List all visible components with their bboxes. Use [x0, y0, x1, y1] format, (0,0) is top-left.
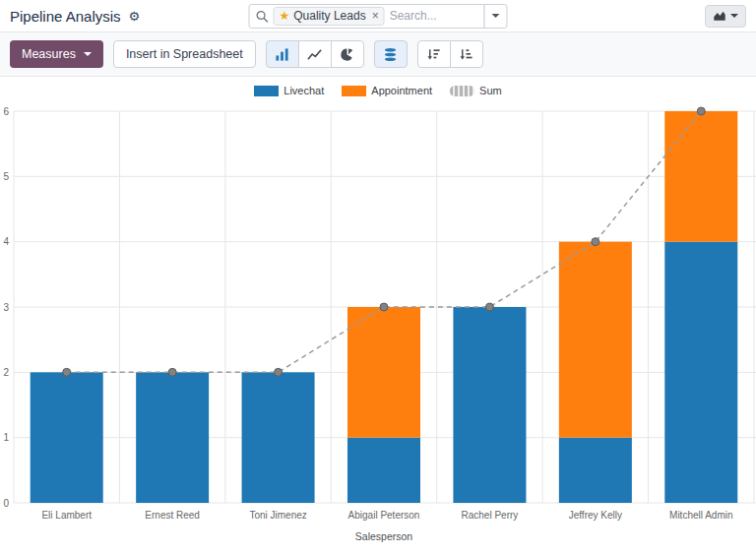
search-dropdown-toggle[interactable]	[484, 4, 508, 29]
search-input[interactable]	[390, 9, 478, 23]
legend-label-appointment: Appointment	[371, 85, 432, 96]
chart-legend: Livechat Appointment Sum	[0, 83, 756, 98]
svg-text:Mitchell Admin: Mitchell Admin	[669, 510, 732, 521]
bar-chart-icon	[275, 47, 289, 62]
legend-label-sum: Sum	[479, 85, 502, 96]
legend-item-sum[interactable]: Sum	[450, 85, 502, 96]
legend-item-livechat[interactable]: Livechat	[254, 85, 324, 96]
search-icon	[256, 10, 269, 23]
chevron-down-icon	[84, 52, 92, 56]
svg-text:Rachel Perry: Rachel Perry	[462, 510, 519, 521]
measures-label: Measures	[22, 47, 76, 61]
view-switcher-button[interactable]	[705, 5, 746, 28]
chart-type-group	[266, 40, 364, 68]
favorite-star-icon: ★	[280, 10, 290, 22]
svg-text:6: 6	[3, 106, 9, 117]
chevron-down-icon	[492, 14, 500, 18]
legend-swatch-sum	[450, 86, 474, 96]
legend-swatch-livechat	[254, 86, 279, 96]
stacked-icon	[383, 47, 398, 62]
sort-group	[417, 40, 483, 68]
stacked-toggle-button[interactable]	[374, 40, 408, 68]
line-chart-icon	[307, 47, 322, 62]
search-facet[interactable]: ★ Quality Leads ×	[274, 7, 385, 26]
svg-text:Salesperson: Salesperson	[355, 530, 413, 542]
svg-text:1: 1	[3, 432, 9, 443]
pie-chart-icon	[340, 47, 354, 62]
insert-in-spreadsheet-button[interactable]: Insert in Spreadsheet	[113, 40, 256, 68]
svg-text:4: 4	[3, 236, 9, 247]
pie-chart-button[interactable]	[331, 40, 364, 68]
breadcrumb: Pipeline Analysis ⚙	[10, 8, 140, 25]
search-input-area[interactable]: ★ Quality Leads ×	[249, 4, 485, 29]
insert-label: Insert in Spreadsheet	[126, 47, 243, 61]
sort-descending-button[interactable]	[417, 40, 451, 68]
svg-text:Jeffrey Kelly: Jeffrey Kelly	[569, 510, 622, 521]
svg-text:Abigail Peterson: Abigail Peterson	[348, 510, 420, 521]
gear-icon[interactable]: ⚙	[129, 10, 141, 23]
measures-button[interactable]: Measures	[10, 40, 103, 68]
sort-ascending-button[interactable]	[450, 40, 483, 68]
svg-text:Toni Jimenez: Toni Jimenez	[249, 510, 306, 521]
control-panel: Pipeline Analysis ⚙ ★ Quality Leads ×	[0, 0, 756, 31]
graph-toolbar: Measures Insert in Spreadsheet	[0, 31, 756, 77]
facet-remove-icon[interactable]: ×	[372, 10, 379, 22]
chevron-down-icon	[730, 14, 738, 18]
page-title: Pipeline Analysis	[10, 8, 121, 25]
chart-area: Livechat Appointment Sum 0123456Eli Lamb…	[0, 77, 756, 553]
pipeline-chart[interactable]: 0123456Eli LambertErnest ReedToni Jimene…	[0, 100, 756, 553]
svg-text:Ernest Reed: Ernest Reed	[145, 510, 200, 521]
stacked-group	[374, 40, 408, 68]
bar-chart-button[interactable]	[266, 40, 299, 68]
svg-text:2: 2	[3, 367, 9, 378]
legend-swatch-appointment	[342, 86, 366, 96]
svg-text:5: 5	[3, 171, 9, 182]
svg-text:Eli Lambert: Eli Lambert	[41, 510, 92, 521]
svg-text:3: 3	[3, 302, 9, 313]
search-bar: ★ Quality Leads ×	[249, 4, 508, 29]
legend-item-appointment[interactable]: Appointment	[342, 85, 432, 96]
facet-label: Quality Leads	[293, 9, 365, 23]
area-chart-icon	[713, 9, 726, 23]
line-chart-button[interactable]	[298, 40, 332, 68]
legend-label-livechat: Livechat	[284, 85, 324, 96]
svg-text:0: 0	[3, 498, 9, 509]
sort-ascending-icon	[459, 47, 473, 62]
sort-descending-icon	[426, 47, 441, 62]
